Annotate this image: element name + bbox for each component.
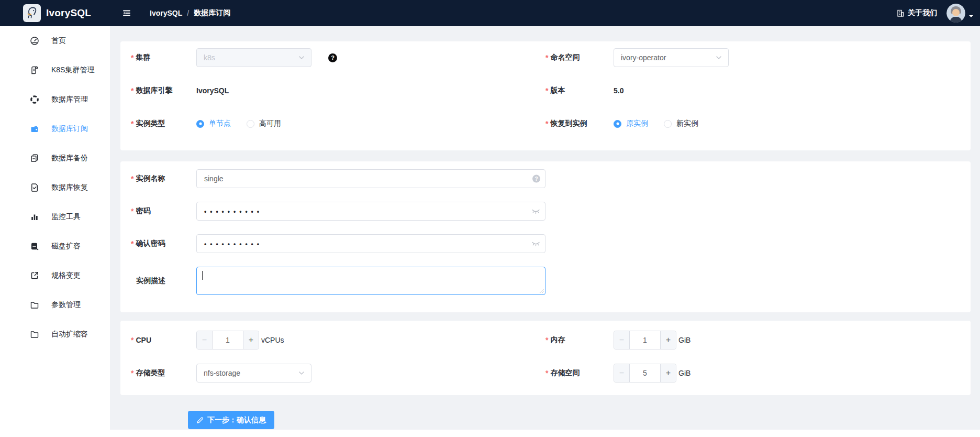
radio-dot [664, 120, 672, 128]
actions-row: 下一步：确认信息 [120, 411, 971, 429]
description-textarea[interactable] [196, 267, 545, 295]
cluster-field-label: * 集群 [131, 53, 196, 62]
storage-size-unit-label: GiB [678, 369, 691, 377]
sidebar-item-database-manage[interactable]: 数据库管理 [0, 85, 110, 114]
sidebar-item-label: 数据库订阅 [51, 124, 88, 134]
chevron-down-icon [298, 54, 305, 61]
dashboard-icon [30, 36, 39, 46]
main-content: * 集群 k8s ? * 命名空间 [110, 26, 980, 437]
sidebar-item-database-backup[interactable]: 数据库备份 [0, 144, 110, 173]
radio-dot [196, 120, 204, 128]
edit-pencil-icon [196, 417, 204, 424]
engine-value: IvorySQL [196, 86, 229, 95]
sidebar-item-autoscale[interactable]: 自动扩缩容 [0, 320, 110, 349]
radio-label: 高可用 [259, 119, 281, 128]
required-marker: * [545, 369, 548, 377]
required-marker: * [131, 174, 133, 183]
radio-label: 单节点 [209, 119, 231, 128]
sidebar-item-database-subscribe[interactable]: 数据库订阅 [0, 114, 110, 144]
database-subscribe-icon [30, 124, 39, 134]
database-restore-icon [30, 183, 39, 192]
brand-title: IvorySQL [46, 7, 91, 19]
sidebar-collapse-icon[interactable] [121, 8, 132, 18]
resize-grip-icon[interactable] [539, 289, 544, 293]
required-marker: * [545, 119, 548, 128]
database-manage-icon [30, 95, 39, 104]
required-marker: * [131, 336, 133, 344]
building-icon [896, 9, 905, 17]
sidebar-item-monitor[interactable]: 监控工具 [0, 202, 110, 232]
memory-decrease-button[interactable]: − [614, 331, 630, 349]
namespace-select[interactable]: ivory-operator [614, 48, 729, 67]
radio-new-instance[interactable]: 新实例 [664, 119, 698, 128]
confirm-password-field-label: * 确认密码 [131, 239, 196, 248]
password-input[interactable]: •••••••••• [196, 202, 545, 221]
monitor-icon [30, 212, 39, 222]
radio-label: 新实例 [676, 119, 698, 128]
confirm-password-input[interactable]: •••••••••• [196, 234, 545, 253]
brand: IvorySQL [0, 4, 110, 22]
breadcrumb-root[interactable]: IvorySQL [150, 9, 182, 17]
cluster-select-value: k8s [204, 53, 294, 62]
storage-size-value[interactable]: 5 [630, 364, 660, 382]
radio-single-node[interactable]: 单节点 [196, 119, 231, 128]
sidebar-item-disk-expand[interactable]: 磁盘扩容 [0, 232, 110, 261]
radio-original-instance[interactable]: 原实例 [614, 119, 648, 128]
cpu-value[interactable]: 1 [213, 331, 243, 349]
cluster-select: k8s [196, 48, 311, 67]
sidebar-item-label: 参数管理 [51, 300, 81, 310]
sidebar-item-home[interactable]: 首页 [0, 26, 110, 56]
about-us-link[interactable]: 关于我们 [896, 8, 937, 18]
sidebar-item-k8s-cluster[interactable]: K8S集群管理 [0, 56, 110, 85]
radio-dot [614, 120, 621, 128]
cpu-increase-button[interactable]: + [243, 331, 259, 349]
storage-class-select[interactable]: nfs-storage [196, 364, 311, 383]
instance-name-value: single [204, 174, 224, 183]
required-marker: * [131, 86, 133, 95]
cluster-section-card: * 集群 k8s ? * 命名空间 [120, 41, 971, 150]
sidebar-item-label: K8S集群管理 [51, 65, 94, 75]
next-step-button[interactable]: 下一步：确认信息 [188, 411, 274, 429]
confirm-password-masked-value: •••••••••• [204, 241, 263, 248]
sidebar-item-params[interactable]: 参数管理 [0, 290, 110, 320]
eye-invisible-icon[interactable] [531, 207, 540, 215]
storage-class-select-value: nfs-storage [204, 369, 294, 377]
storage-size-decrease-button[interactable]: − [614, 364, 630, 382]
memory-value[interactable]: 1 [630, 331, 660, 349]
ivorysql-logo-icon [23, 4, 41, 22]
instance-section-card: * 实例名称 single ? [120, 161, 971, 312]
sidebar: 首页 K8S集群管理 数据库管理 [0, 26, 110, 437]
required-marker: * [131, 207, 133, 215]
storage-class-field-label: * 存储类型 [131, 368, 196, 378]
eye-invisible-icon[interactable] [531, 240, 540, 247]
cpu-field-label: * CPU [131, 336, 196, 344]
memory-unit-label: GiB [678, 336, 691, 344]
params-icon [30, 300, 39, 310]
breadcrumb: IvorySQL / 数据库订阅 [150, 8, 230, 18]
sidebar-item-label: 数据库备份 [51, 154, 88, 163]
namespace-field-label: * 命名空间 [545, 53, 614, 62]
question-circle-icon[interactable]: ? [532, 175, 540, 183]
radio-high-availability[interactable]: 高可用 [247, 119, 281, 128]
required-marker: * [545, 86, 548, 95]
chevron-down-icon[interactable] [968, 12, 974, 20]
sidebar-item-database-restore[interactable]: 数据库恢复 [0, 173, 110, 202]
top-navbar: IvorySQL IvorySQL / 数据库订阅 关于我们 [0, 0, 980, 26]
resources-section-card: * CPU − 1 + vCPUs * 内存 [120, 321, 971, 395]
sidebar-item-label: 磁盘扩容 [51, 242, 81, 251]
chevron-down-icon [298, 370, 305, 376]
storage-size-increase-button[interactable]: + [660, 364, 676, 382]
storage-size-stepper: − 5 + [614, 364, 676, 383]
password-field-label: * 密码 [131, 206, 196, 216]
cluster-help-icon[interactable]: ? [328, 53, 337, 62]
memory-field-label: * 内存 [545, 335, 614, 345]
user-avatar[interactable] [946, 4, 965, 23]
sidebar-item-label: 监控工具 [51, 212, 81, 222]
instance-name-input[interactable]: single [196, 169, 545, 188]
chevron-down-icon [716, 54, 722, 61]
cpu-decrease-button[interactable]: − [197, 331, 213, 349]
footer-strip [110, 430, 980, 437]
memory-increase-button[interactable]: + [660, 331, 676, 349]
sidebar-item-spec-change[interactable]: 规格变更 [0, 261, 110, 290]
k8s-cluster-icon [30, 65, 39, 75]
